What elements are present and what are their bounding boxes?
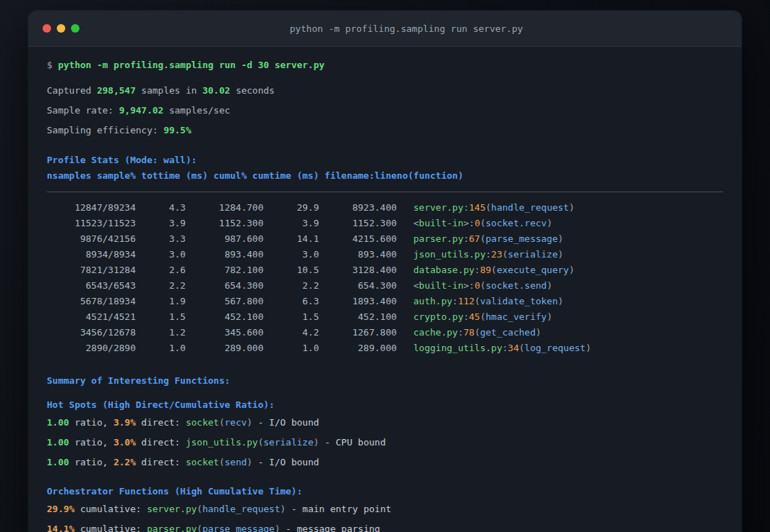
sample-pct-value: 1.9 (136, 294, 185, 309)
function-name: parse_message (485, 233, 558, 244)
terminal-content: $ python -m profiling.sampling run -d 30… (28, 47, 742, 532)
lineno-value: 112 (458, 296, 474, 306)
file-name: logging_utils.py (414, 343, 502, 353)
profile-table: 12847/892344.31284.70029.98923.400server… (47, 200, 723, 356)
file-name: server.py (414, 202, 463, 213)
profile-stats-heading: Profile Stats (Mode: wall): (47, 153, 723, 167)
captured-label: Captured (47, 85, 97, 96)
cumul-pct-value: 2.2 (263, 278, 319, 294)
location: crypto.py:45(hmac_verify) (397, 311, 552, 322)
zoom-button-icon[interactable] (71, 24, 79, 33)
cumtime-value: 654.300 (319, 278, 397, 294)
cumulative-label: cumulative: (75, 504, 147, 514)
file-name: crypto.py (414, 311, 463, 322)
cumulative-label: cumulative: (75, 523, 147, 532)
window-controls (28, 24, 85, 33)
tottime-value: 1152.300 (186, 216, 264, 231)
cumtime-value: 289.000 (319, 340, 397, 356)
file-name: auth.py (414, 296, 453, 306)
paren: ) (536, 327, 541, 338)
orchestrators-heading: Orchestrator Functions (High Cumulative … (47, 484, 723, 499)
paren: ) (569, 202, 575, 213)
titlebar[interactable]: python -m profiling.sampling run server.… (28, 11, 742, 47)
orchestrator-row: 29.9% cumulative: server.py(handle_reque… (47, 502, 723, 516)
efficiency-line: Sampling efficiency: 99.5% (47, 123, 723, 138)
note: - message parsing (280, 523, 380, 532)
paren: ) (546, 311, 552, 322)
cumul-pct-value: 4.2 (263, 325, 319, 340)
paren: ) (546, 280, 552, 291)
orchestrator-row: 14.1% cumulative: parser.py(parse_messag… (47, 522, 723, 532)
location: <built-in>:0(socket.recv) (397, 218, 552, 228)
nsamples-value: 5678/18934 (47, 294, 136, 309)
profile-row: 7821/312842.6782.10010.53128.400database… (47, 262, 723, 278)
file-name: server.py (147, 504, 197, 514)
shell-command: python -m profiling.sampling run -d 30 s… (58, 60, 325, 70)
direct-pct-value: 3.0% (114, 437, 136, 448)
paren: ) (546, 218, 552, 228)
cumtime-value: 893.400 (319, 247, 397, 262)
hot-spot-row: 1.00 ratio, 3.0% direct: json_utils.py(s… (47, 436, 723, 450)
rate-label: Sample rate: (47, 105, 119, 116)
captured-suffix-label: seconds (230, 85, 275, 96)
paren: ( (519, 343, 524, 353)
direct-pct-value: 2.2% (114, 457, 136, 467)
sample-pct-value: 4.3 (136, 200, 185, 216)
rate-value: 9,947.02 (119, 105, 164, 116)
paren: ) (569, 265, 575, 275)
paren: ) (314, 437, 319, 448)
paren: ) (280, 504, 286, 514)
file-name: parser.py (147, 523, 197, 532)
efficiency-label: Sampling efficiency: (47, 125, 163, 135)
cumul-pct-value: 10.5 (263, 262, 319, 278)
cumul-pct-value: 3.9 (263, 216, 319, 231)
file-name: built-in (419, 280, 463, 291)
sample-pct-value: 2.2 (136, 278, 185, 294)
function-name: serialize (263, 437, 313, 448)
tottime-value: 782.100 (186, 262, 264, 278)
captured-line: Captured 298,547 samples in 30.02 second… (47, 84, 723, 98)
colon: : (452, 296, 458, 306)
nsamples-value: 6543/6543 (47, 278, 136, 294)
captured-mid-label: samples in (136, 85, 202, 96)
sample-pct-value: 1.0 (136, 340, 185, 356)
efficiency-value: 99.5% (163, 125, 191, 135)
location: json_utils.py:23(serialize) (397, 249, 563, 260)
nsamples-value: 3456/12678 (47, 325, 136, 340)
function-name: validate_token (480, 296, 558, 306)
cumul-pct-value: 29.9 (263, 200, 319, 216)
tottime-value: 987.600 (186, 231, 264, 247)
ratio-value: 1.00 (47, 417, 69, 428)
lineno-value: 34 (508, 343, 519, 353)
function-name: get_cached (480, 327, 535, 338)
hot-spot-row: 1.00 ratio, 2.2% direct: socket(send) - … (47, 455, 723, 470)
sample-pct-value: 3.3 (136, 231, 185, 247)
file-name: cache.py (414, 327, 458, 338)
captured-duration-value: 30.02 (202, 85, 230, 96)
nsamples-value: 4521/4521 (47, 309, 136, 325)
nsamples-value: 8934/8934 (47, 247, 136, 262)
paren: ) (558, 233, 563, 244)
colon: : (469, 218, 475, 228)
direct-label: direct: (136, 417, 185, 428)
note: - CPU bound (319, 437, 386, 448)
profile-row: 11523/115233.91152.3003.91152.300<built-… (47, 216, 723, 231)
ratio-label: ratio, (69, 437, 114, 448)
close-button-icon[interactable] (43, 24, 51, 33)
orchestrators-list: 29.9% cumulative: server.py(handle_reque… (47, 502, 723, 532)
function-name: socket.send (485, 280, 546, 291)
note: - I/O bound (253, 417, 319, 428)
paren: ) (247, 457, 253, 467)
ratio-label: ratio, (69, 417, 114, 428)
file-name: json_utils.py (186, 437, 258, 448)
cumtime-value: 452.100 (319, 309, 397, 325)
function-name: socket.recv (485, 218, 546, 228)
table-divider (47, 192, 723, 192)
paren: ) (585, 343, 591, 353)
minimize-button-icon[interactable] (57, 24, 65, 33)
file-name: parser.py (414, 233, 463, 244)
paren: ( (491, 265, 497, 275)
location: logging_utils.py:34(log_request) (397, 343, 591, 353)
colon: : (463, 202, 469, 213)
lineno-value: 45 (469, 311, 480, 322)
